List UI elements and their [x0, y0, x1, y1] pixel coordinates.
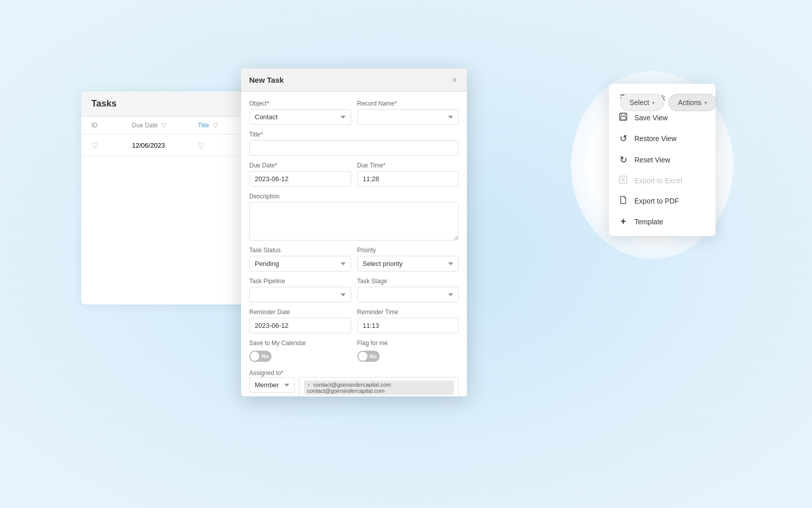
restore-view-icon: ↺ — [618, 133, 628, 144]
actions-label: Actions — [678, 98, 701, 107]
description-label: Description — [249, 193, 459, 200]
export-excel-label: Export to Excel — [634, 177, 682, 185]
modal-header: New Task × — [241, 69, 467, 92]
actions-button[interactable]: Actions ▾ — [668, 94, 717, 111]
description-row: Description — [249, 193, 459, 241]
object-group: Object* Contact — [249, 100, 351, 125]
reset-view-icon: ↻ — [618, 154, 628, 165]
save-calendar-toggle[interactable]: No — [249, 351, 272, 362]
flag-me-label: Flag for me — [357, 340, 459, 347]
filter-icon-id[interactable]: ▽ — [91, 141, 97, 150]
assigned-row: Member × contact@goinsindercapital.com c… — [249, 377, 459, 396]
status-priority-row: Task Status Pending Priority Select prio… — [249, 247, 459, 272]
export-pdf-icon — [618, 196, 628, 206]
priority-label: Priority — [357, 247, 459, 254]
export-excel-icon — [618, 176, 628, 186]
export-pdf-label: Export to PDF — [634, 197, 679, 205]
title-label: Title* — [249, 131, 459, 138]
modal-close-button[interactable]: × — [450, 76, 459, 84]
due-datetime-row: Due Date* Due Time* — [249, 162, 459, 187]
task-status-select[interactable]: Pending — [249, 256, 351, 272]
select-button[interactable]: Select ▾ — [620, 94, 664, 111]
task-pipeline-select[interactable] — [249, 287, 351, 302]
flag-me-group: Flag for me No — [357, 340, 459, 362]
save-calendar-group: Save to My Calendar No — [249, 340, 351, 362]
row-id: ▽ — [91, 141, 132, 150]
assigned-tags[interactable]: × contact@goinsindercapital.com contact@… — [299, 377, 459, 396]
restore-view-label: Restore View — [634, 134, 676, 143]
assigned-to-section: Assigned to* Member × contact@goinsinder… — [249, 368, 459, 396]
pipeline-stage-row: Task Pipeline Task Stage — [249, 278, 459, 302]
select-chevron-icon: ▾ — [652, 100, 655, 106]
filter-icon-due[interactable]: ▽ — [161, 122, 166, 129]
object-select[interactable]: Contact — [249, 109, 351, 125]
reminder-time-input[interactable] — [357, 318, 459, 333]
svg-rect-2 — [621, 117, 626, 120]
description-group: Description — [249, 193, 459, 241]
filter-icon-row[interactable]: ▽ — [198, 141, 204, 150]
due-date-input[interactable] — [249, 171, 351, 187]
tag-remove-icon[interactable]: × — [307, 382, 310, 388]
task-status-group: Task Status Pending — [249, 247, 351, 272]
record-name-group: Record Name* — [357, 100, 459, 125]
object-label: Object* — [249, 100, 351, 107]
flag-me-toggle-no: No — [369, 353, 377, 359]
priority-select[interactable]: Select priority — [357, 256, 459, 272]
priority-group: Priority Select priority — [357, 247, 459, 272]
task-stage-label: Task Stage — [357, 278, 459, 285]
due-time-group: Due Time* — [357, 162, 459, 187]
object-record-row: Object* Contact Record Name* — [249, 100, 459, 125]
reminder-time-group: Reminder Time — [357, 309, 459, 333]
record-name-label: Record Name* — [357, 100, 459, 107]
due-time-input[interactable] — [357, 171, 459, 187]
title-input[interactable] — [249, 140, 459, 156]
record-name-select[interactable] — [357, 109, 459, 125]
reminder-date-group: Reminder Date — [249, 309, 351, 333]
task-pipeline-label: Task Pipeline — [249, 278, 351, 285]
dropdown-item-restore-view[interactable]: ↺ Restore View — [609, 128, 716, 149]
title-row: Title* — [249, 131, 459, 156]
template-icon: + — [618, 216, 628, 227]
template-label: Template — [634, 218, 663, 226]
save-view-label: Save View — [634, 114, 668, 122]
save-view-icon — [618, 113, 628, 123]
flag-me-toggle[interactable]: No — [357, 351, 380, 362]
save-calendar-toggle-group: No — [249, 351, 351, 362]
assigned-to-label: Assigned to* — [249, 369, 283, 377]
dropdown-item-export-pdf[interactable]: Export to PDF — [609, 191, 716, 211]
due-date-group: Due Date* — [249, 162, 351, 187]
calendar-flag-row: Save to My Calendar No Flag for me No — [249, 340, 459, 362]
assigned-tag: × contact@goinsindercapital.com contact@… — [304, 381, 454, 395]
reminder-time-label: Reminder Time — [357, 309, 459, 316]
new-task-modal: New Task × Object* Contact Record Name* … — [241, 69, 467, 396]
modal-title: New Task — [249, 76, 284, 84]
title-group: Title* — [249, 131, 459, 156]
description-textarea[interactable] — [249, 202, 459, 241]
tasks-panel-title: Tasks — [91, 98, 117, 109]
flag-me-toggle-group: No — [357, 351, 459, 362]
actions-chevron-icon: ▾ — [704, 100, 707, 106]
modal-body: Object* Contact Record Name* Title* — [241, 92, 467, 396]
header-buttons: Select ▾ Actions ▾ — [620, 94, 717, 111]
task-stage-group: Task Stage — [357, 278, 459, 302]
assigned-type-select[interactable]: Member — [249, 377, 295, 393]
due-time-label: Due Time* — [357, 162, 459, 169]
filter-icon-title[interactable]: ▽ — [213, 122, 218, 129]
dropdown-item-export-excel[interactable]: Export to Excel — [609, 171, 716, 191]
dropdown-item-reset-view[interactable]: ↻ Reset View — [609, 149, 716, 171]
save-calendar-toggle-no: No — [261, 353, 269, 359]
reminder-row: Reminder Date Reminder Time — [249, 309, 459, 333]
save-calendar-label: Save to My Calendar — [249, 340, 351, 347]
reminder-date-input[interactable] — [249, 318, 351, 333]
dropdown-item-template[interactable]: + Template — [609, 211, 716, 232]
task-pipeline-group: Task Pipeline — [249, 278, 351, 302]
select-label: Select — [629, 98, 649, 107]
col-due-date: Due Date ▽ — [132, 122, 198, 129]
assigned-email-value: contact@goinsindercapital.com contact@go… — [307, 382, 391, 394]
reminder-date-label: Reminder Date — [249, 309, 351, 316]
due-date-label: Due Date* — [249, 162, 351, 169]
row-due-date: 12/06/2023 — [132, 142, 198, 149]
task-stage-select[interactable] — [357, 287, 459, 302]
col-id: ID — [91, 122, 132, 129]
task-status-label: Task Status — [249, 247, 351, 254]
